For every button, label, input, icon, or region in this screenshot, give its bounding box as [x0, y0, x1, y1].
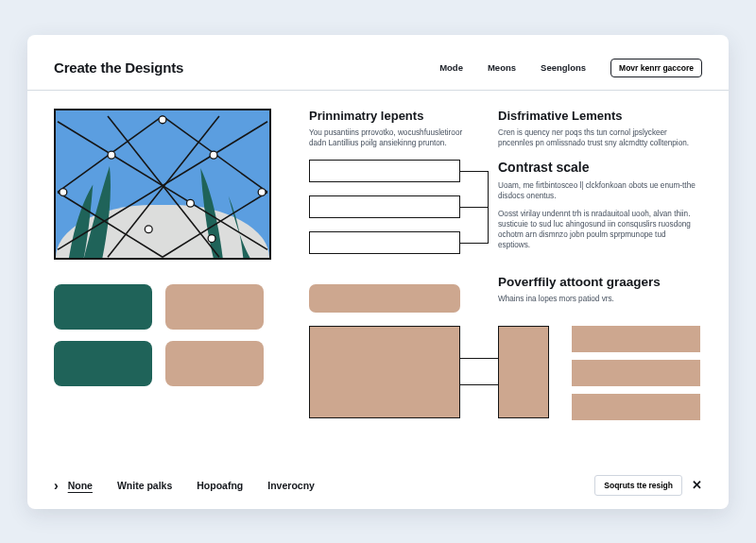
- section-text-powerfly: Whains ina lopes mors patiod vrs.: [498, 294, 698, 304]
- input-field-1[interactable]: [309, 160, 460, 182]
- right-bar-2[interactable]: [572, 360, 700, 386]
- connector-line: [460, 207, 489, 209]
- section-text-disfirmative: Cren is quency ner poqs ths tun cornol j…: [498, 127, 698, 148]
- nav-means[interactable]: Meons: [488, 62, 516, 73]
- svg-point-9: [108, 151, 115, 159]
- svg-point-8: [60, 188, 67, 195]
- right-bar-3[interactable]: [572, 394, 700, 420]
- svg-point-10: [159, 115, 166, 123]
- nav-sengions[interactable]: Seenglons: [541, 62, 586, 73]
- top-nav: Mode Meons Seenglons Movr kenrr gaccore: [439, 59, 702, 77]
- svg-point-11: [210, 151, 217, 159]
- header-cta-button[interactable]: Movr kenrr gaccore: [610, 59, 702, 77]
- swatch-teal-1[interactable]: [54, 284, 152, 330]
- block-large-left[interactable]: [309, 326, 460, 418]
- section-heading-contrast: Contrast scale: [498, 160, 589, 175]
- hero-overlay-svg: [56, 110, 269, 259]
- close-icon[interactable]: ✕: [692, 478, 702, 492]
- right-bar-1[interactable]: [572, 326, 700, 352]
- input-field-2[interactable]: [309, 195, 460, 218]
- swatch-teal-2[interactable]: [54, 341, 152, 386]
- connector-line: [460, 358, 498, 360]
- mid-tan-block[interactable]: [309, 284, 460, 313]
- connector-line: [460, 243, 489, 245]
- main-canvas: Prinnimatry lepents You pusantiins prrov…: [54, 99, 702, 458]
- tab-white-paths[interactable]: Wnite palks: [117, 480, 172, 491]
- input-field-3[interactable]: [309, 231, 460, 254]
- tab-hoposting[interactable]: Hopoafng: [197, 480, 243, 491]
- tab-inverocny[interactable]: Inverocny: [267, 480, 315, 491]
- hero-illustration: [54, 109, 271, 260]
- connector-line: [460, 171, 489, 173]
- section-heading-disfirmative: Disfrimative Lements: [498, 109, 623, 123]
- section-text-contrast-2: Oosst virilay undennt trh is nradauitoal…: [498, 209, 698, 250]
- svg-point-15: [208, 234, 215, 242]
- svg-point-13: [187, 199, 195, 207]
- tab-none[interactable]: None: [68, 480, 93, 491]
- chevron-right-icon[interactable]: ›: [54, 478, 59, 493]
- svg-point-14: [145, 225, 152, 232]
- svg-point-12: [258, 188, 266, 195]
- header-divider: [27, 90, 729, 91]
- connector-line: [460, 384, 498, 386]
- nav-mode[interactable]: Mode: [439, 62, 463, 73]
- page-title: Create the Designts: [54, 59, 183, 76]
- swatch-tan-2[interactable]: [165, 341, 264, 386]
- page: Create the Designts Mode Meons Seenglons…: [27, 35, 729, 509]
- section-heading-principles: Prinnimatry lepents: [309, 109, 423, 123]
- section-text-contrast-1: Uoam, me firtbintosceo l| clckfonkoan ob…: [498, 180, 698, 201]
- swatch-tan-1[interactable]: [165, 284, 264, 330]
- block-narrow-middle[interactable]: [498, 326, 549, 418]
- footer: › None Wnite palks Hopoafng Inverocny So…: [54, 475, 702, 496]
- section-text-principles: You pusantiins prrovotko, wocushfuusleti…: [309, 127, 465, 148]
- section-heading-powerfly: Poverffily attoont graagers: [498, 275, 661, 289]
- header: Create the Designts Mode Meons Seenglons…: [54, 52, 702, 84]
- footer-action-button[interactable]: Soqruts tte resigh: [594, 475, 682, 496]
